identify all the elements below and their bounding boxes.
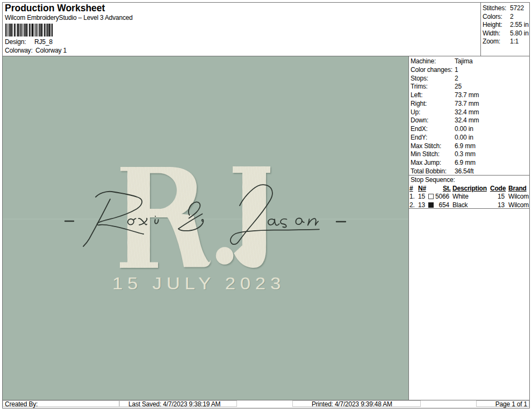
svg-text:15 JULY 2023: 15 JULY 2023: [112, 274, 285, 293]
